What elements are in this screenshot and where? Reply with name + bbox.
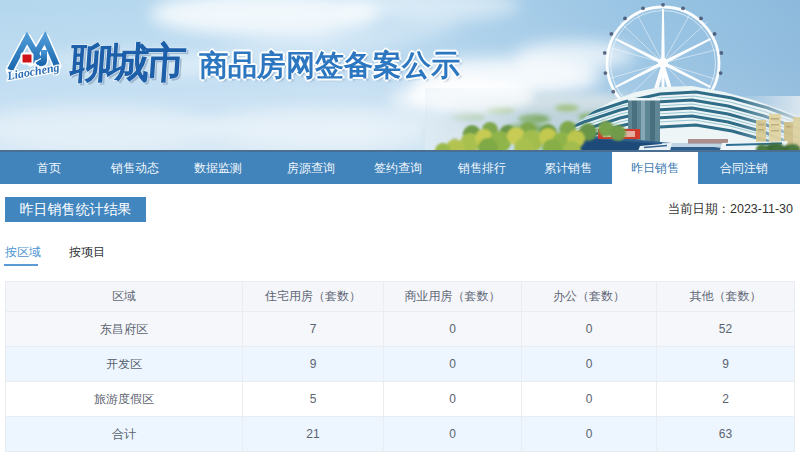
svg-text:聊城市: 聊城市 <box>68 39 187 86</box>
